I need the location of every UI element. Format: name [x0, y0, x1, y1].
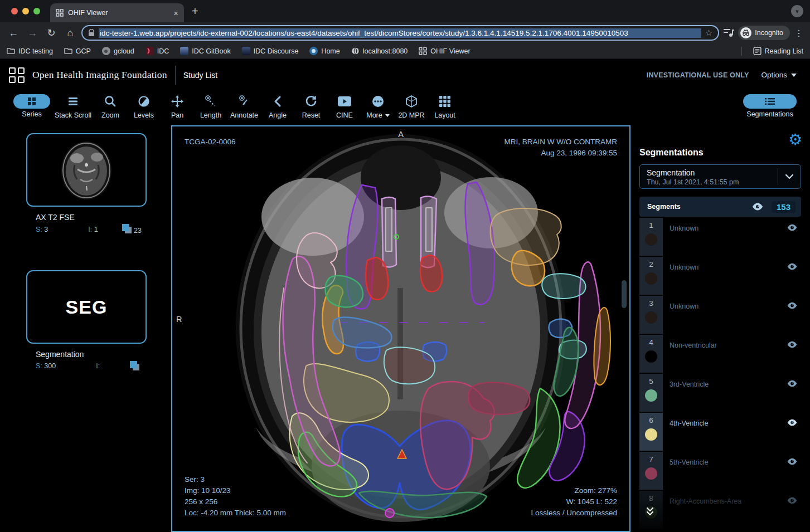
- series-thumbnail-image[interactable]: [26, 133, 147, 207]
- tool-more-label: More: [366, 111, 389, 119]
- tool-layout[interactable]: Layout: [430, 93, 459, 119]
- tool-series[interactable]: Series: [13, 93, 50, 118]
- tool-cine[interactable]: CINE: [330, 93, 359, 119]
- media-controls-icon[interactable]: [722, 28, 735, 38]
- segmentation-select[interactable]: Segmentation Thu, Jul 1st 2021, 4:51:55 …: [639, 164, 801, 189]
- segment-number-cell[interactable]: 2: [639, 257, 663, 295]
- bookmark-star-icon[interactable]: ☆: [705, 28, 712, 38]
- address-bar[interactable]: idc-tester-1.web.app/projects/idc-extern…: [81, 25, 719, 41]
- segment-number-cell[interactable]: 5: [639, 374, 663, 412]
- select-chevron[interactable]: [778, 165, 801, 188]
- gear-icon[interactable]: ⚙: [788, 132, 802, 148]
- image-viewport[interactable]: A R TCGA-02-0006 MRI, BRAIN W W/O CONTRA…: [171, 125, 630, 532]
- minimize-window-button[interactable]: [22, 8, 29, 14]
- segment-color-dot: [645, 428, 657, 441]
- bookmark-gcp[interactable]: GCP: [64, 47, 91, 55]
- segment-label: Unknown: [663, 296, 787, 334]
- bookmark-idc-discourse[interactable]: IDC Discourse: [242, 47, 299, 55]
- segment-number-cell[interactable]: 6: [639, 413, 663, 451]
- tool-stack-scroll[interactable]: Stack Scroll: [55, 93, 91, 119]
- segment-number-cell[interactable]: 7: [639, 452, 663, 490]
- tool-2d-mpr[interactable]: 2D MPR: [397, 93, 426, 119]
- viewport-scrollbar[interactable]: [622, 280, 627, 308]
- reading-list-icon: [753, 47, 762, 55]
- tool-annotate[interactable]: Annotate: [230, 93, 259, 119]
- segment-row-6[interactable]: 6 4th-Ventricle: [639, 413, 801, 451]
- bookmark-localhost[interactable]: localhost:8080: [351, 47, 408, 55]
- bookmark-ohif-viewer[interactable]: OHIF Viewer: [419, 47, 470, 55]
- overlay-series-number: Ser: 3: [185, 474, 286, 485]
- toggle-all-visibility-eye-icon[interactable]: [751, 202, 764, 211]
- tool-zoom[interactable]: Zoom: [96, 93, 125, 119]
- maximize-window-button[interactable]: [33, 8, 40, 14]
- lock-icon: [88, 29, 95, 37]
- segment-label: Unknown: [663, 257, 787, 295]
- series-title: Segmentation: [36, 350, 171, 359]
- tool-length[interactable]: Length: [196, 93, 225, 119]
- overlay-location: Loc: -4.20 mm Thick: 5.00 mm: [185, 507, 286, 519]
- series-meta: S: 3 I: 1 23: [36, 224, 142, 235]
- back-button[interactable]: ←: [6, 27, 21, 39]
- study-list-link[interactable]: Study List: [183, 71, 217, 80]
- segment-visibility-eye-icon[interactable]: [787, 418, 798, 451]
- levels-icon: [138, 95, 150, 108]
- options-menu[interactable]: Options: [761, 71, 797, 79]
- bookmark-idc-testing[interactable]: IDC testing: [7, 47, 53, 55]
- tool-angle[interactable]: Angle: [263, 93, 292, 119]
- orientation-marker-anterior: A: [398, 130, 404, 139]
- segment-label: Non-ventricular: [663, 335, 787, 373]
- tool-pan[interactable]: Pan: [163, 93, 192, 119]
- mpr-cube-icon: [405, 95, 418, 108]
- browser-tab[interactable]: OHIF Viewer ×: [50, 3, 184, 22]
- ohif-header: Open Health Imaging Foundation Study Lis…: [0, 59, 810, 91]
- segment-visibility-eye-icon[interactable]: [787, 301, 798, 334]
- segment-number-cell[interactable]: 4: [639, 335, 663, 373]
- tab-close-icon[interactable]: ×: [173, 9, 178, 17]
- ohif-logo[interactable]: [9, 67, 25, 83]
- segment-row-4[interactable]: 4 Non-ventricular: [639, 335, 801, 373]
- segment-row-1[interactable]: 1 Unknown: [639, 218, 801, 256]
- tab-favicon: [56, 9, 64, 17]
- seg-thumbnail[interactable]: SEG: [26, 270, 147, 344]
- segment-row-7[interactable]: 7 5th-Ventricle: [639, 452, 801, 490]
- tool-more[interactable]: More: [363, 93, 392, 119]
- close-window-button[interactable]: [11, 8, 18, 14]
- forward-button[interactable]: →: [25, 27, 40, 39]
- stack-icon: [122, 224, 132, 234]
- segmentations-panel: ⚙ Segmentations Segmentation Thu, Jul 1s…: [630, 125, 810, 532]
- bookmark-home[interactable]: Home: [309, 47, 339, 55]
- segment-number-cell[interactable]: 3: [639, 296, 663, 334]
- bookmarks-bar: IDC testing GCP gcloud IDC IDC GitBook I…: [0, 43, 810, 59]
- tool-reset[interactable]: Reset: [297, 93, 326, 119]
- home-button[interactable]: ⌂: [62, 27, 78, 39]
- segment-visibility-eye-icon[interactable]: [787, 262, 798, 295]
- segment-row-2[interactable]: 2 Unknown: [639, 257, 801, 295]
- bookmark-idc-gitbook[interactable]: IDC GitBook: [180, 47, 230, 55]
- segmentations-panel-toggle[interactable]: Segmentations: [743, 93, 797, 118]
- segment-visibility-eye-icon[interactable]: [787, 223, 798, 256]
- url-text[interactable]: idc-tester-1.web.app/projects/idc-extern…: [99, 28, 701, 38]
- bookmark-gcloud[interactable]: gcloud: [102, 47, 134, 55]
- overlay-study-desc: MRI, BRAIN W W/O CONTRAMR: [505, 136, 618, 148]
- angle-icon: [273, 95, 283, 108]
- stack-icon: [130, 361, 140, 371]
- tab-search-icon[interactable]: ▾: [791, 5, 803, 17]
- tab-strip: OHIF Viewer × + ▾: [0, 0, 810, 22]
- bookmark-idc[interactable]: IDC: [145, 47, 169, 55]
- new-tab-button[interactable]: +: [192, 5, 198, 18]
- segment-number-cell[interactable]: 1: [639, 218, 663, 256]
- segment-row-3[interactable]: 3 Unknown: [639, 296, 801, 334]
- brand-title: Open Health Imaging Foundation: [32, 69, 167, 81]
- segment-visibility-eye-icon[interactable]: [787, 379, 798, 412]
- series-grid-icon: [27, 97, 36, 106]
- idc-icon: [145, 47, 154, 55]
- reload-button[interactable]: ↻: [43, 27, 59, 39]
- reading-list-button[interactable]: Reading List: [753, 47, 804, 55]
- segment-visibility-eye-icon[interactable]: [787, 457, 798, 490]
- browser-menu-icon[interactable]: ⋮: [793, 28, 804, 38]
- segment-color-dot: [645, 233, 657, 246]
- scroll-more-chevrons-icon[interactable]: [644, 505, 656, 518]
- segment-row-5[interactable]: 5 3rd-Ventricle: [639, 374, 801, 412]
- segment-visibility-eye-icon[interactable]: [787, 340, 798, 373]
- tool-levels[interactable]: Levels: [129, 93, 158, 119]
